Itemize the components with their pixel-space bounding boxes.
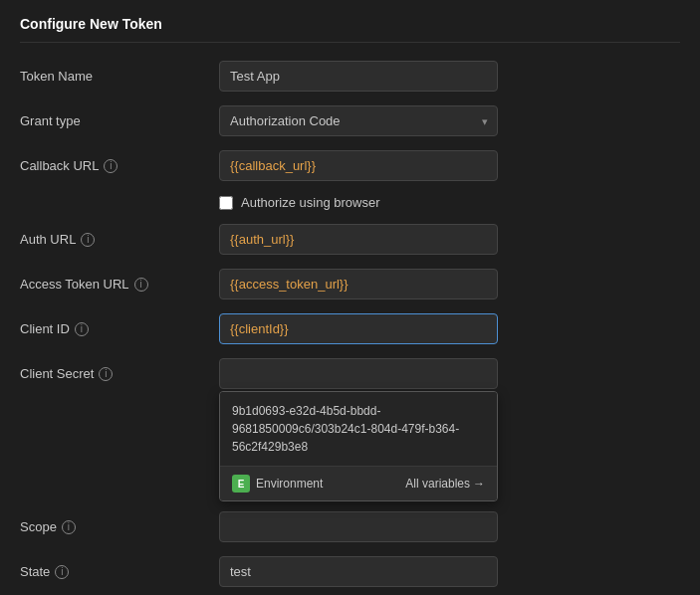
callback-url-info-icon[interactable]: i bbox=[104, 159, 117, 173]
client-secret-info-icon[interactable]: i bbox=[99, 367, 113, 381]
access-token-url-input[interactable] bbox=[219, 269, 498, 299]
env-badge: E Environment bbox=[232, 475, 323, 493]
access-token-url-row: Access Token URL i bbox=[20, 269, 680, 299]
state-input[interactable] bbox=[219, 556, 498, 587]
scope-info-icon[interactable]: i bbox=[62, 520, 76, 534]
all-variables-arrow-icon: → bbox=[473, 477, 485, 491]
client-secret-row: Client Secret i 9b1d0693-e32d-4b5d-bbdd-… bbox=[20, 358, 680, 501]
client-id-input[interactable] bbox=[219, 313, 498, 344]
autocomplete-footer: E Environment All variables → bbox=[220, 467, 497, 500]
page-title: Configure New Token bbox=[20, 16, 680, 43]
scope-input[interactable] bbox=[219, 511, 498, 542]
token-name-row: Token Name bbox=[20, 61, 680, 92]
scope-row: Scope i bbox=[20, 511, 680, 542]
autocomplete-dropdown: 9b1d0693-e32d-4b5d-bbdd-9681850009c6/303… bbox=[219, 391, 498, 501]
autocomplete-suggestion[interactable]: 9b1d0693-e32d-4b5d-bbdd-9681850009c6/303… bbox=[220, 392, 497, 467]
token-name-input[interactable] bbox=[219, 61, 498, 92]
auth-url-label: Auth URL i bbox=[20, 232, 219, 247]
client-id-info-icon[interactable]: i bbox=[75, 322, 89, 336]
callback-url-label: Callback URL i bbox=[20, 158, 219, 173]
token-name-label: Token Name bbox=[20, 69, 219, 84]
access-token-url-label: Access Token URL i bbox=[20, 277, 219, 292]
client-secret-input[interactable] bbox=[219, 358, 498, 389]
grant-type-row: Grant type Authorization Code Implicit P… bbox=[20, 105, 680, 136]
auth-url-info-icon[interactable]: i bbox=[81, 233, 95, 247]
authorize-browser-row: Authorize using browser bbox=[20, 195, 680, 210]
client-id-row: Client ID i bbox=[20, 313, 680, 344]
state-info-icon[interactable]: i bbox=[55, 565, 69, 579]
authorize-browser-label: Authorize using browser bbox=[241, 195, 379, 210]
authorize-browser-checkbox[interactable] bbox=[219, 196, 233, 210]
access-token-url-info-icon[interactable]: i bbox=[134, 278, 148, 292]
all-variables-link[interactable]: All variables → bbox=[405, 477, 485, 491]
client-secret-label: Client Secret i bbox=[20, 358, 219, 381]
auth-url-input[interactable] bbox=[219, 224, 498, 255]
env-label: Environment bbox=[256, 477, 323, 491]
all-variables-text: All variables bbox=[405, 477, 470, 491]
env-dot: E bbox=[232, 475, 250, 493]
state-row: State i bbox=[20, 556, 680, 587]
callback-url-input[interactable] bbox=[219, 150, 498, 181]
callback-url-row: Callback URL i bbox=[20, 150, 680, 181]
grant-type-label: Grant type bbox=[20, 113, 219, 128]
grant-type-select[interactable]: Authorization Code Implicit Password Cre… bbox=[219, 105, 498, 136]
state-label: State i bbox=[20, 564, 219, 579]
client-id-label: Client ID i bbox=[20, 321, 219, 336]
grant-type-select-wrapper: Authorization Code Implicit Password Cre… bbox=[219, 105, 498, 136]
auth-url-row: Auth URL i bbox=[20, 224, 680, 255]
scope-label: Scope i bbox=[20, 519, 219, 534]
